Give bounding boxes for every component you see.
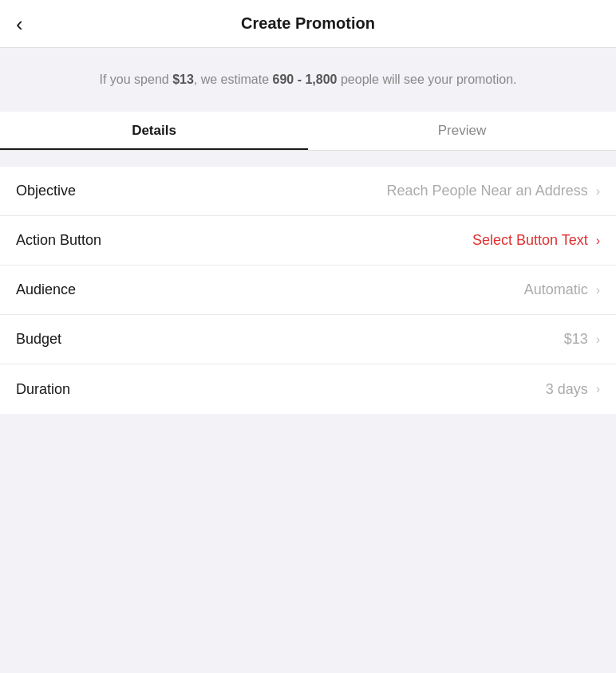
estimate-text-prefix: If you spend [100,73,173,86]
action-button-value: Select Button Text › [144,232,600,249]
tab-preview[interactable]: Preview [308,112,616,150]
estimate-amount: $13 [172,73,194,86]
estimate-text-suffix: people will see your promotion. [337,73,516,86]
tab-details[interactable]: Details [0,112,308,150]
page-header: ‹ Create Promotion [0,0,616,48]
objective-value: Reach People Near an Address › [144,183,600,199]
duration-label: Duration [16,381,144,398]
objective-row[interactable]: Objective Reach People Near an Address › [0,167,616,216]
audience-row[interactable]: Audience Automatic › [0,266,616,315]
budget-chevron: › [596,333,600,347]
audience-label: Audience [16,281,144,298]
objective-chevron: › [596,184,600,199]
action-button-chevron: › [596,234,600,248]
tabs-bar: Details Preview [0,112,616,151]
duration-value: 3 days › [144,381,600,398]
back-button[interactable]: ‹ [16,14,23,34]
estimate-range: 690 - 1,800 [273,73,338,86]
budget-row[interactable]: Budget $13 › [0,315,616,364]
duration-row[interactable]: Duration 3 days › [0,364,616,414]
budget-label: Budget [16,331,144,348]
estimate-banner: If you spend $13, we estimate 690 - 1,80… [0,48,616,112]
audience-value: Automatic › [144,281,600,298]
action-button-label: Action Button [16,232,144,249]
budget-value: $13 › [144,331,600,348]
action-button-row[interactable]: Action Button Select Button Text › [0,216,616,266]
page-title: Create Promotion [241,14,375,33]
estimate-text-middle: , we estimate [194,73,273,86]
objective-label: Objective [16,183,144,199]
audience-chevron: › [596,283,600,297]
duration-chevron: › [596,382,600,396]
form-section: Objective Reach People Near an Address ›… [0,167,616,414]
